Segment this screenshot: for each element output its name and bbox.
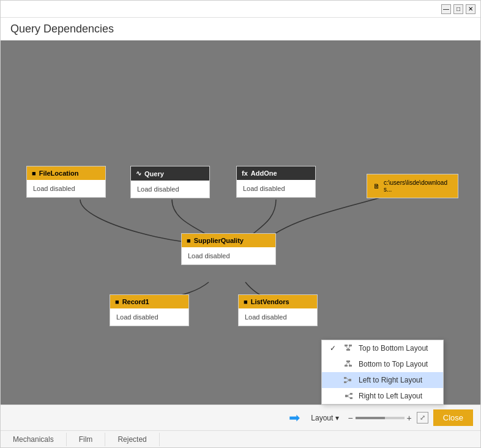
layout-dropdown-arrow: ▾ [335, 414, 339, 422]
title-bar: — □ ✕ [1, 1, 480, 18]
layout-icon-top-bottom [343, 344, 354, 353]
svg-rect-11 [344, 377, 346, 379]
node-record1-name: Record1 [122, 298, 149, 305]
dropdown-item-bottom-top[interactable]: Bottom to Top Layout [322, 356, 443, 372]
title-bar-controls: — □ ✕ [441, 4, 475, 14]
dropdown-label-bottom-top: Bottom to Top Layout [359, 360, 428, 368]
svg-rect-16 [350, 393, 352, 395]
maximize-button[interactable]: □ [453, 4, 463, 14]
svg-rect-7 [345, 365, 348, 367]
layout-dropdown-menu: ✓ Top to Bottom Layout [321, 340, 444, 405]
tab-rejected[interactable]: Rejected [105, 433, 159, 446]
layout-button[interactable]: Layout ▾ [307, 413, 343, 424]
list-vendors-icon: ■ [244, 298, 248, 305]
node-supplier-quality-header: ■ SupplierQuality [182, 234, 275, 247]
svg-line-4 [346, 346, 348, 349]
node-supplier-quality-name: SupplierQuality [194, 237, 244, 244]
node-add-one-status: Load disabled [237, 180, 315, 197]
check-icon-top-bottom: ✓ [328, 344, 338, 353]
node-list-vendors[interactable]: ■ ListVendors Load disabled [238, 294, 318, 326]
node-query-header: ∿ Query [131, 166, 209, 181]
node-list-vendors-status: Load disabled [239, 308, 317, 326]
dropdown-label-top-bottom: Top to Bottom Layout [359, 344, 428, 353]
svg-line-14 [346, 378, 349, 381]
node-list-vendors-name: ListVendors [251, 298, 289, 305]
node-add-one[interactable]: fx AddOne Load disabled [236, 166, 316, 198]
tab-mechanicals[interactable]: Mechanicals [1, 433, 67, 446]
svg-rect-1 [345, 345, 348, 346]
node-supplier-quality[interactable]: ■ SupplierQuality Load disabled [181, 233, 276, 265]
svg-rect-2 [349, 345, 352, 346]
svg-rect-6 [346, 360, 350, 362]
svg-rect-12 [344, 381, 346, 383]
node-file-location[interactable]: ■ FileLocation Load disabled [26, 166, 106, 198]
layout-icon-left-right [343, 376, 354, 384]
zoom-slider-track [356, 417, 385, 419]
dropdown-item-top-bottom[interactable]: ✓ Top to Bottom Layout [322, 340, 443, 356]
layout-icon-bottom-top [343, 360, 354, 368]
node-query[interactable]: ∿ Query Load disabled [130, 166, 210, 198]
dropdown-item-left-right[interactable]: Left to Right Layout [322, 372, 443, 388]
query-icon: ∿ [136, 170, 141, 177]
minimize-button[interactable]: — [441, 4, 451, 14]
node-file-location-header: ■ FileLocation [27, 166, 105, 180]
svg-line-15 [346, 380, 349, 383]
svg-rect-13 [349, 379, 351, 381]
svg-rect-3 [346, 349, 350, 351]
node-file-path[interactable]: 🗎 c:\users\lisde\downloads... [367, 174, 458, 198]
svg-line-19 [348, 394, 350, 397]
node-record1-status: Load disabled [110, 308, 188, 326]
node-record1[interactable]: ■ Record1 Load disabled [110, 294, 189, 326]
node-file-location-status: Load disabled [27, 180, 105, 197]
svg-rect-18 [345, 395, 348, 397]
svg-rect-8 [349, 365, 352, 367]
record1-icon: ■ [115, 298, 119, 305]
main-window: — □ ✕ Query Dependencies [0, 0, 481, 448]
node-query-name: Query [144, 170, 164, 177]
dropdown-label-left-right: Left to Right Layout [359, 376, 422, 384]
node-supplier-quality-status: Load disabled [182, 247, 275, 264]
svg-line-5 [348, 346, 350, 349]
node-add-one-name: AddOne [251, 170, 277, 177]
svg-rect-17 [350, 397, 352, 399]
file-path-icon: 🗎 [373, 182, 380, 190]
tab-bar: Mechanicals Film Rejected [1, 430, 480, 447]
layout-label: Layout [311, 414, 333, 422]
zoom-controls: − + [348, 413, 411, 423]
page-title: Query Dependencies [1, 18, 480, 40]
main-content: ■ FileLocation Load disabled ∿ Query Loa… [1, 40, 480, 447]
tab-film[interactable]: Film [67, 433, 106, 446]
file-path-label: c:\users\lisde\downloads... [384, 179, 452, 193]
svg-line-20 [348, 396, 350, 398]
node-list-vendors-header: ■ ListVendors [239, 295, 317, 308]
zoom-slider[interactable] [356, 417, 405, 419]
bottom-toolbar: ➡ Layout ▾ − + ⤢ ✓ [1, 405, 480, 430]
node-record1-header: ■ Record1 [110, 295, 188, 308]
dropdown-label-right-left: Right to Left Layout [359, 392, 422, 400]
zoom-minus-button[interactable]: − [348, 413, 352, 423]
fit-button[interactable]: ⤢ [417, 412, 428, 424]
svg-line-10 [348, 362, 350, 365]
supplier-quality-icon: ■ [187, 237, 191, 244]
file-location-icon: ■ [32, 170, 36, 177]
close-window-button[interactable]: ✕ [466, 4, 475, 14]
node-query-status: Load disabled [131, 181, 209, 198]
svg-line-9 [346, 362, 348, 365]
add-one-icon: fx [242, 170, 248, 177]
dropdown-item-right-left[interactable]: Right to Left Layout [322, 388, 443, 404]
node-add-one-header: fx AddOne [237, 166, 315, 180]
layout-icon-right-left [343, 392, 354, 400]
node-file-location-name: FileLocation [39, 170, 79, 177]
arrow-indicator: ➡ [289, 410, 300, 426]
close-button[interactable]: Close [433, 409, 473, 426]
zoom-plus-button[interactable]: + [407, 413, 412, 423]
